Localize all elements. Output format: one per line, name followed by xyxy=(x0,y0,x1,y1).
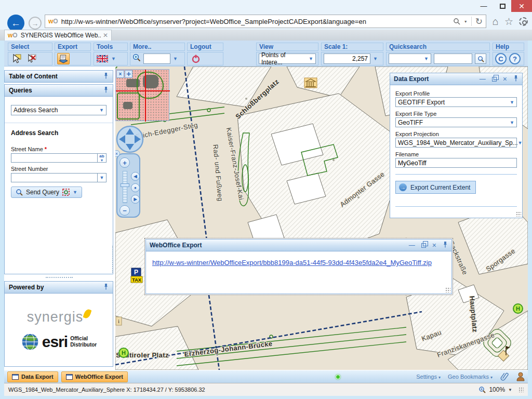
dialog-title: WebOffice Export xyxy=(150,242,202,249)
quicksearch-input[interactable] xyxy=(434,54,472,64)
restore-panel-icon[interactable] xyxy=(421,243,426,248)
transit-stop-icon[interactable]: H xyxy=(513,304,523,313)
pin-icon[interactable] xyxy=(103,72,109,81)
museum-icon[interactable] xyxy=(304,78,317,88)
minimize-panel-icon[interactable]: — xyxy=(409,242,415,249)
select-tool-icon[interactable] xyxy=(10,53,23,64)
prev-extent-button[interactable]: ◀ xyxy=(131,172,140,181)
overview-boundary xyxy=(117,92,140,119)
view-select[interactable]: Points of Intere...▼ xyxy=(259,54,316,64)
data-export-tool-icon[interactable] xyxy=(57,53,70,64)
browser-zoom-icon[interactable] xyxy=(478,386,486,393)
pin-icon[interactable] xyxy=(103,86,109,95)
zoom-out-button[interactable]: − xyxy=(119,205,130,216)
more-scale-input[interactable] xyxy=(143,54,170,64)
export-current-extent-button[interactable]: → Export Current Extent xyxy=(395,181,476,194)
filename-input[interactable] xyxy=(395,158,517,168)
browser-tab[interactable]: wO SYNERGIS WebOffice Web... ✕ xyxy=(4,30,112,41)
close-panel-icon[interactable]: × xyxy=(503,75,507,83)
export-filetype-select[interactable]: GeoTIFF▼ xyxy=(395,117,517,127)
queries-header[interactable]: Queries xyxy=(4,84,113,97)
panel-resize-grip[interactable] xyxy=(516,211,521,217)
overview-close-icon[interactable]: × xyxy=(116,70,124,78)
quicksearch-button[interactable] xyxy=(475,54,486,64)
restore-panel-icon[interactable] xyxy=(492,77,497,82)
export-download-link[interactable]: http://w-ws-wintner/WebOfficeExport/bbb8… xyxy=(152,259,432,267)
pin-icon[interactable] xyxy=(513,75,518,83)
settings-menu[interactable]: Settings ▾ xyxy=(416,374,441,380)
scale-input[interactable] xyxy=(324,54,370,64)
export-projection-select[interactable]: WGS_1984_Web_Mercator_Auxiliary_Sp...▼ xyxy=(395,138,517,148)
help-button[interactable]: ? xyxy=(509,53,521,64)
svg-text:P: P xyxy=(134,269,138,276)
geo-bookmarks-menu[interactable]: Geo Bookmarks ▾ xyxy=(448,374,493,380)
default-extent-button[interactable]: ● xyxy=(131,183,140,192)
close-button[interactable]: ✕ xyxy=(511,0,532,12)
url-box[interactable]: wO http://w-ws-wintner/WebOffice/synserv… xyxy=(45,15,486,28)
close-panel-icon[interactable]: × xyxy=(432,241,436,249)
zoom-in-icon[interactable] xyxy=(132,54,141,64)
overview-map[interactable]: × ✛ xyxy=(115,69,169,121)
data-export-task-button[interactable]: Data Export xyxy=(7,371,58,382)
select-result-icon xyxy=(62,189,70,196)
minimize-panel-icon[interactable]: — xyxy=(480,75,486,83)
window-resize-grip[interactable] xyxy=(518,387,524,392)
send-query-button[interactable]: Send Query ▼ xyxy=(11,187,82,198)
zoom-in-button[interactable]: + xyxy=(119,157,130,168)
street-name-input[interactable] xyxy=(11,153,97,163)
queries-panel: Address Search▼ Address Search Street Na… xyxy=(4,97,113,274)
forward-button[interactable]: → xyxy=(29,17,42,30)
clear-selection-tool-icon[interactable] xyxy=(25,53,38,64)
transit-stop-icon[interactable]: H xyxy=(119,348,128,357)
powered-by-panel: synergis esri OfficialDistributor xyxy=(4,294,113,367)
street-number-input[interactable] xyxy=(11,173,97,182)
favorites-star-icon[interactable]: ☆ xyxy=(504,16,513,28)
street-name-sort-button[interactable]: ab▼ xyxy=(97,153,107,163)
user-icon[interactable] xyxy=(516,372,525,381)
copyright-button[interactable]: C xyxy=(495,53,507,64)
pan-compass[interactable] xyxy=(115,125,144,154)
more-dropdown-caret[interactable]: ▼ xyxy=(173,56,178,61)
refresh-icon[interactable]: ↻ xyxy=(475,16,483,27)
search-dropdown-caret[interactable]: ▼ xyxy=(464,20,468,23)
logout-power-icon[interactable] xyxy=(190,53,202,64)
weboffice-export-dialog-header[interactable]: WebOffice Export — × xyxy=(146,240,451,251)
street-label: Erich-Edegger-Steg xyxy=(135,121,198,141)
tools-dropdown-caret[interactable]: ▼ xyxy=(111,56,116,61)
map-canvas[interactable]: Erich-Edegger-Steg Schloßbergplatz Kaise… xyxy=(115,66,528,370)
zoom-slider-track[interactable] xyxy=(123,171,127,203)
weboffice-export-task-button[interactable]: WebOffice Export xyxy=(61,371,128,382)
pin-icon[interactable] xyxy=(443,241,448,249)
map-splitter-handle[interactable] xyxy=(112,246,113,273)
street-number-dropdown[interactable]: ▼ xyxy=(97,173,107,182)
table-of-content-header[interactable]: Table of Content xyxy=(4,70,113,83)
attachment-paperclip-icon[interactable] xyxy=(500,371,509,382)
minimize-button[interactable]: — xyxy=(475,0,493,12)
home-icon[interactable]: ⌂ xyxy=(493,16,499,28)
view-group-label: View xyxy=(256,43,318,51)
zoom-dropdown-caret[interactable]: ▼ xyxy=(508,388,512,392)
export-profile-select[interactable]: GEOTIFF Export▼ xyxy=(395,97,517,107)
data-export-panel-header[interactable]: Data Export — × xyxy=(390,73,522,85)
maximize-button[interactable] xyxy=(494,0,511,12)
query-type-select[interactable]: Address Search▼ xyxy=(11,105,107,115)
settings-gear-icon[interactable] xyxy=(519,17,528,26)
sidebar-splitter[interactable] xyxy=(46,277,73,278)
info-icon[interactable]: i xyxy=(116,317,122,325)
search-icon[interactable] xyxy=(453,18,460,25)
taxi-icon[interactable]: TAX xyxy=(131,276,142,283)
tab-close-icon[interactable]: ✕ xyxy=(103,32,108,39)
send-query-caret[interactable]: ▼ xyxy=(73,190,77,195)
scale-dropdown-caret[interactable]: ▼ xyxy=(373,56,378,61)
language-flag-icon[interactable] xyxy=(96,53,109,64)
overview-move-icon[interactable]: ✛ xyxy=(125,70,132,78)
parking-icon[interactable]: P xyxy=(131,268,141,276)
dialog-resize-grip[interactable] xyxy=(445,287,450,292)
quicksearch-select[interactable]: ▼ xyxy=(389,54,431,64)
next-extent-button[interactable]: ▶ xyxy=(131,195,140,204)
zoom-panel-close-icon[interactable]: × xyxy=(115,150,120,157)
zoom-slider-thumb[interactable] xyxy=(121,183,129,187)
pin-icon[interactable] xyxy=(103,283,109,292)
svg-text:TAX: TAX xyxy=(132,277,141,283)
powered-by-header[interactable]: Powered by xyxy=(4,281,113,294)
